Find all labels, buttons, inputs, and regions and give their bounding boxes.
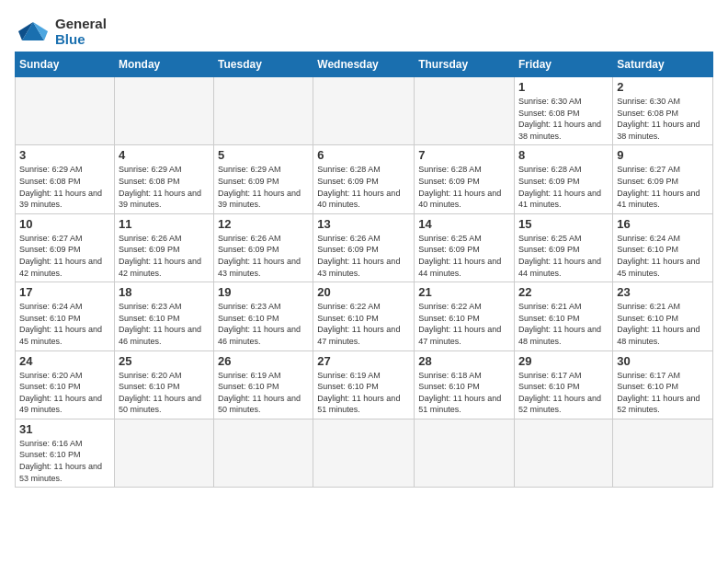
weekday-header-cell: Monday (114, 52, 213, 77)
weekday-header-cell: Saturday (613, 52, 713, 77)
day-number: 30 (617, 354, 709, 368)
logo: General Blue (15, 15, 107, 48)
day-info: Sunrise: 6:30 AM Sunset: 6:08 PM Dayligh… (617, 96, 709, 142)
calendar-day-cell (16, 77, 115, 145)
day-info: Sunrise: 6:19 AM Sunset: 6:10 PM Dayligh… (317, 370, 410, 416)
day-info: Sunrise: 6:16 AM Sunset: 6:10 PM Dayligh… (19, 438, 110, 484)
day-info: Sunrise: 6:22 AM Sunset: 6:10 PM Dayligh… (317, 301, 410, 347)
calendar-day-cell: 19Sunrise: 6:23 AM Sunset: 6:10 PM Dayli… (214, 282, 313, 350)
day-number: 27 (317, 354, 410, 368)
calendar-day-cell (515, 419, 613, 487)
calendar-day-cell: 6Sunrise: 6:28 AM Sunset: 6:09 PM Daylig… (313, 145, 415, 213)
day-number: 21 (418, 285, 510, 299)
day-number: 23 (617, 285, 709, 299)
day-number: 16 (617, 217, 709, 231)
calendar-day-cell: 26Sunrise: 6:19 AM Sunset: 6:10 PM Dayli… (214, 350, 313, 419)
calendar-day-cell: 3Sunrise: 6:29 AM Sunset: 6:08 PM Daylig… (16, 145, 115, 213)
weekday-header-cell: Thursday (415, 52, 515, 77)
calendar-day-cell (415, 77, 515, 145)
calendar-week-row: 17Sunrise: 6:24 AM Sunset: 6:10 PM Dayli… (16, 282, 713, 350)
day-number: 5 (218, 148, 309, 162)
day-number: 20 (317, 285, 410, 299)
day-info: Sunrise: 6:21 AM Sunset: 6:10 PM Dayligh… (617, 301, 709, 347)
weekday-header-cell: Wednesday (313, 52, 415, 77)
day-number: 28 (418, 354, 510, 368)
calendar-day-cell: 10Sunrise: 6:27 AM Sunset: 6:09 PM Dayli… (16, 213, 115, 282)
day-info: Sunrise: 6:24 AM Sunset: 6:10 PM Dayligh… (19, 301, 110, 347)
calendar-day-cell: 13Sunrise: 6:26 AM Sunset: 6:09 PM Dayli… (313, 213, 415, 282)
calendar-day-cell: 8Sunrise: 6:28 AM Sunset: 6:09 PM Daylig… (515, 145, 613, 213)
day-info: Sunrise: 6:28 AM Sunset: 6:09 PM Dayligh… (317, 164, 410, 210)
day-info: Sunrise: 6:20 AM Sunset: 6:10 PM Dayligh… (19, 370, 110, 416)
calendar-day-cell: 20Sunrise: 6:22 AM Sunset: 6:10 PM Dayli… (313, 282, 415, 350)
day-number: 18 (119, 285, 210, 299)
calendar-day-cell: 31Sunrise: 6:16 AM Sunset: 6:10 PM Dayli… (16, 419, 115, 487)
day-number: 12 (218, 217, 309, 231)
calendar-day-cell: 25Sunrise: 6:20 AM Sunset: 6:10 PM Dayli… (114, 350, 213, 419)
calendar-day-cell: 24Sunrise: 6:20 AM Sunset: 6:10 PM Dayli… (16, 350, 115, 419)
calendar-day-cell: 17Sunrise: 6:24 AM Sunset: 6:10 PM Dayli… (16, 282, 115, 350)
calendar-day-cell: 30Sunrise: 6:17 AM Sunset: 6:10 PM Dayli… (613, 350, 713, 419)
calendar-week-row: 1Sunrise: 6:30 AM Sunset: 6:08 PM Daylig… (16, 77, 713, 145)
calendar-day-cell: 9Sunrise: 6:27 AM Sunset: 6:09 PM Daylig… (613, 145, 713, 213)
calendar-day-cell (415, 419, 515, 487)
calendar-day-cell (214, 419, 313, 487)
day-number: 13 (317, 217, 410, 231)
calendar-day-cell: 4Sunrise: 6:29 AM Sunset: 6:08 PM Daylig… (114, 145, 213, 213)
day-info: Sunrise: 6:19 AM Sunset: 6:10 PM Dayligh… (218, 370, 309, 416)
day-info: Sunrise: 6:28 AM Sunset: 6:09 PM Dayligh… (518, 164, 609, 210)
calendar-day-cell (313, 77, 415, 145)
calendar-week-row: 24Sunrise: 6:20 AM Sunset: 6:10 PM Dayli… (16, 350, 713, 419)
day-number: 31 (19, 422, 110, 436)
day-info: Sunrise: 6:20 AM Sunset: 6:10 PM Dayligh… (119, 370, 210, 416)
weekday-header-row: SundayMondayTuesdayWednesdayThursdayFrid… (16, 52, 713, 77)
calendar-week-row: 10Sunrise: 6:27 AM Sunset: 6:09 PM Dayli… (16, 213, 713, 282)
calendar-day-cell: 21Sunrise: 6:22 AM Sunset: 6:10 PM Dayli… (415, 282, 515, 350)
day-info: Sunrise: 6:29 AM Sunset: 6:09 PM Dayligh… (218, 164, 309, 210)
day-number: 24 (19, 354, 110, 368)
day-number: 14 (418, 217, 510, 231)
day-info: Sunrise: 6:25 AM Sunset: 6:09 PM Dayligh… (518, 233, 609, 279)
day-info: Sunrise: 6:26 AM Sunset: 6:09 PM Dayligh… (218, 233, 309, 279)
day-number: 7 (418, 148, 510, 162)
day-info: Sunrise: 6:29 AM Sunset: 6:08 PM Dayligh… (19, 164, 110, 210)
logo-icon (15, 15, 51, 48)
day-number: 9 (617, 148, 709, 162)
weekday-header-cell: Friday (515, 52, 613, 77)
calendar-day-cell (114, 419, 213, 487)
day-info: Sunrise: 6:30 AM Sunset: 6:08 PM Dayligh… (518, 96, 609, 142)
calendar-day-cell: 12Sunrise: 6:26 AM Sunset: 6:09 PM Dayli… (214, 213, 313, 282)
day-number: 11 (119, 217, 210, 231)
day-number: 19 (218, 285, 309, 299)
calendar-day-cell: 18Sunrise: 6:23 AM Sunset: 6:10 PM Dayli… (114, 282, 213, 350)
day-info: Sunrise: 6:27 AM Sunset: 6:09 PM Dayligh… (19, 233, 110, 279)
calendar-day-cell: 15Sunrise: 6:25 AM Sunset: 6:09 PM Dayli… (515, 213, 613, 282)
calendar-day-cell: 29Sunrise: 6:17 AM Sunset: 6:10 PM Dayli… (515, 350, 613, 419)
calendar-day-cell: 7Sunrise: 6:28 AM Sunset: 6:09 PM Daylig… (415, 145, 515, 213)
day-info: Sunrise: 6:17 AM Sunset: 6:10 PM Dayligh… (518, 370, 609, 416)
calendar-day-cell: 27Sunrise: 6:19 AM Sunset: 6:10 PM Dayli… (313, 350, 415, 419)
day-number: 15 (518, 217, 609, 231)
calendar-day-cell: 11Sunrise: 6:26 AM Sunset: 6:09 PM Dayli… (114, 213, 213, 282)
weekday-header-cell: Sunday (16, 52, 115, 77)
day-number: 2 (617, 80, 709, 94)
day-info: Sunrise: 6:22 AM Sunset: 6:10 PM Dayligh… (418, 301, 510, 347)
calendar-week-row: 31Sunrise: 6:16 AM Sunset: 6:10 PM Dayli… (16, 419, 713, 487)
day-number: 1 (518, 80, 609, 94)
calendar-day-cell (613, 419, 713, 487)
day-info: Sunrise: 6:21 AM Sunset: 6:10 PM Dayligh… (518, 301, 609, 347)
calendar-day-cell: 5Sunrise: 6:29 AM Sunset: 6:09 PM Daylig… (214, 145, 313, 213)
calendar-day-cell: 2Sunrise: 6:30 AM Sunset: 6:08 PM Daylig… (613, 77, 713, 145)
calendar-day-cell (114, 77, 213, 145)
calendar-day-cell (313, 419, 415, 487)
day-info: Sunrise: 6:26 AM Sunset: 6:09 PM Dayligh… (317, 233, 410, 279)
calendar-day-cell: 22Sunrise: 6:21 AM Sunset: 6:10 PM Dayli… (515, 282, 613, 350)
header: General Blue (15, 15, 713, 48)
day-info: Sunrise: 6:27 AM Sunset: 6:09 PM Dayligh… (617, 164, 709, 210)
day-number: 25 (119, 354, 210, 368)
day-number: 10 (19, 217, 110, 231)
day-number: 6 (317, 148, 410, 162)
day-number: 17 (19, 285, 110, 299)
day-info: Sunrise: 6:29 AM Sunset: 6:08 PM Dayligh… (119, 164, 210, 210)
calendar-body: 1Sunrise: 6:30 AM Sunset: 6:08 PM Daylig… (16, 77, 713, 488)
